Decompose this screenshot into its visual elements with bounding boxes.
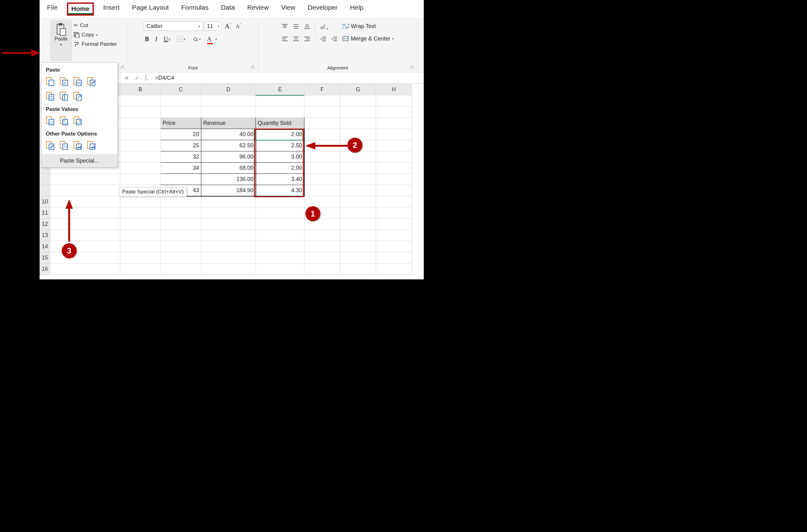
paste-link-icon[interactable] (59, 141, 69, 151)
row-header-11[interactable]: 11 (40, 207, 50, 218)
tab-review[interactable]: Review (244, 2, 272, 16)
paste-formatting-icon[interactable] (46, 141, 55, 151)
tab-file[interactable]: File (44, 2, 61, 16)
col-header-c[interactable]: C (161, 84, 201, 95)
tab-data[interactable]: Data (218, 2, 238, 16)
align-bottom-icon[interactable] (304, 23, 311, 31)
col-header-h[interactable]: H (376, 84, 412, 95)
copy-button[interactable]: Copy ▾ (74, 32, 116, 38)
font-color-button[interactable]: A ▾ (206, 35, 218, 43)
cell-price-2[interactable]: 32 (161, 151, 201, 163)
align-top-icon[interactable] (281, 23, 288, 31)
row-header-14[interactable]: 14 (40, 241, 50, 252)
alignment-group-label: Alignment (258, 65, 417, 70)
merge-center-button[interactable]: Merge & Center ▾ (342, 35, 394, 42)
col-header-b[interactable]: B (120, 84, 161, 95)
decrease-indent-icon[interactable] (320, 36, 326, 43)
alignment-launcher-icon[interactable] (410, 65, 414, 70)
tab-view[interactable]: View (278, 2, 298, 16)
paste-special-menu-item[interactable]: Paste Special... (41, 154, 117, 167)
cell-qty-5[interactable]: 4.30 (256, 185, 304, 196)
enter-icon[interactable]: ✓ (135, 75, 139, 82)
paste-transpose-icon[interactable] (73, 92, 82, 102)
wrap-text-button[interactable]: abc Wrap Text (342, 23, 394, 30)
align-left-icon[interactable] (281, 36, 288, 43)
paste-button[interactable]: Paste ▾ (51, 20, 72, 61)
paste-keep-col-width-icon[interactable] (59, 92, 69, 102)
font-launcher-icon[interactable] (251, 65, 256, 70)
bold-button[interactable]: B (144, 36, 150, 43)
cell-rev-3[interactable]: 68.00 (201, 163, 256, 174)
tab-insert[interactable]: Insert (100, 2, 123, 16)
cell-header-price[interactable]: Price (161, 118, 201, 129)
cell-price-4[interactable] (161, 174, 201, 185)
decrease-font-icon[interactable]: A˅ (234, 23, 242, 30)
svg-text:123: 123 (77, 121, 81, 125)
increase-font-icon[interactable]: A˄ (223, 22, 233, 30)
increase-indent-icon[interactable] (331, 36, 338, 43)
paste-keep-source-fmt-icon[interactable] (87, 77, 96, 87)
row-header-16[interactable]: 16 (40, 264, 50, 275)
fx-icon[interactable]: fx (145, 74, 148, 82)
tab-pagelayout[interactable]: Page Layout (129, 2, 172, 16)
merge-dropdown-caret[interactable]: ▾ (392, 37, 394, 40)
tab-help[interactable]: Help (347, 2, 367, 16)
cell-rev-2[interactable]: 96.00 (201, 151, 256, 163)
merge-center-label: Merge & Center (351, 36, 390, 42)
row-header-15[interactable]: 15 (40, 252, 50, 264)
align-middle-icon[interactable] (293, 23, 299, 31)
tab-developer[interactable]: Developer (305, 2, 341, 16)
row-header-13[interactable]: 13 (40, 230, 50, 241)
font-name-select[interactable]: Calibri ▾ (144, 21, 203, 31)
col-header-e[interactable]: E (256, 84, 304, 95)
col-header-g[interactable]: G (340, 84, 376, 95)
cell-rev-5[interactable]: 184.90 (201, 185, 256, 196)
cut-button[interactable]: ✂ Cut (74, 22, 116, 28)
copy-dropdown-caret[interactable]: ▾ (96, 33, 97, 37)
cancel-icon[interactable]: ✕ (124, 75, 129, 82)
align-right-icon[interactable] (304, 36, 311, 43)
format-painter-button[interactable]: Format Painter (74, 41, 116, 48)
tab-formulas[interactable]: Formulas (178, 2, 212, 16)
paste-dropdown-caret[interactable]: ▾ (60, 42, 62, 47)
align-center-icon[interactable] (293, 36, 299, 43)
cell-qty-3[interactable]: 2.00 (256, 163, 304, 174)
paste-all-icon[interactable] (46, 77, 55, 87)
paste-formulas-numfmt-icon[interactable]: %fx (73, 77, 82, 87)
paste-values-numfmt-icon[interactable]: %123 (59, 116, 69, 127)
cell-qty-1[interactable]: 2.50 (256, 140, 304, 151)
col-header-d[interactable]: D (201, 84, 256, 95)
paste-linked-picture-icon[interactable] (87, 141, 96, 151)
svg-rect-37 (49, 80, 54, 86)
cell-rev-4[interactable]: 136.00 (201, 174, 256, 185)
clipboard-launcher-icon[interactable] (121, 65, 125, 70)
paste-values-icon[interactable]: 123 (46, 116, 55, 127)
cell-price-1[interactable]: 25 (161, 140, 201, 151)
paste-picture-icon[interactable] (73, 141, 82, 151)
underline-button[interactable]: U ▾ (162, 36, 171, 43)
cell-price-0[interactable]: 20 (161, 129, 201, 140)
cell-rev-1[interactable]: 62.50 (201, 140, 256, 151)
cell-rev-0[interactable]: 40.00 (201, 129, 256, 140)
italic-button[interactable]: I (154, 36, 158, 43)
cell-header-qty[interactable]: Quantity Sold (256, 118, 304, 129)
paste-formulas-icon[interactable]: fx (59, 77, 69, 87)
row-header-12[interactable]: 12 (40, 218, 50, 230)
borders-button[interactable]: ▾ (175, 36, 187, 42)
col-header-f[interactable]: F (304, 84, 340, 95)
tab-home[interactable]: Home (67, 2, 94, 16)
fill-color-button[interactable]: ▾ (190, 36, 202, 42)
cell-header-revenue[interactable]: Revenue (201, 118, 256, 129)
cell-qty-0[interactable]: 2.00 (256, 129, 304, 140)
formula-input[interactable]: =D4/C4 (152, 75, 424, 81)
cell-price-3[interactable]: 34 (161, 163, 201, 174)
cell-qty-2[interactable]: 3.00 (256, 151, 304, 163)
paste-no-borders-icon[interactable] (46, 92, 55, 102)
paste-values-source-fmt-icon[interactable]: 123 (73, 116, 82, 127)
orientation-icon[interactable]: ab▾ (320, 23, 328, 31)
paste-values-section-label: Paste Values (41, 105, 117, 115)
font-size-select[interactable]: 11 ▾ (205, 21, 222, 31)
cell-qty-4[interactable]: 3.40 (256, 174, 304, 185)
row-header-10[interactable]: 10 (40, 196, 50, 207)
font-size-caret: ▾ (218, 25, 219, 28)
